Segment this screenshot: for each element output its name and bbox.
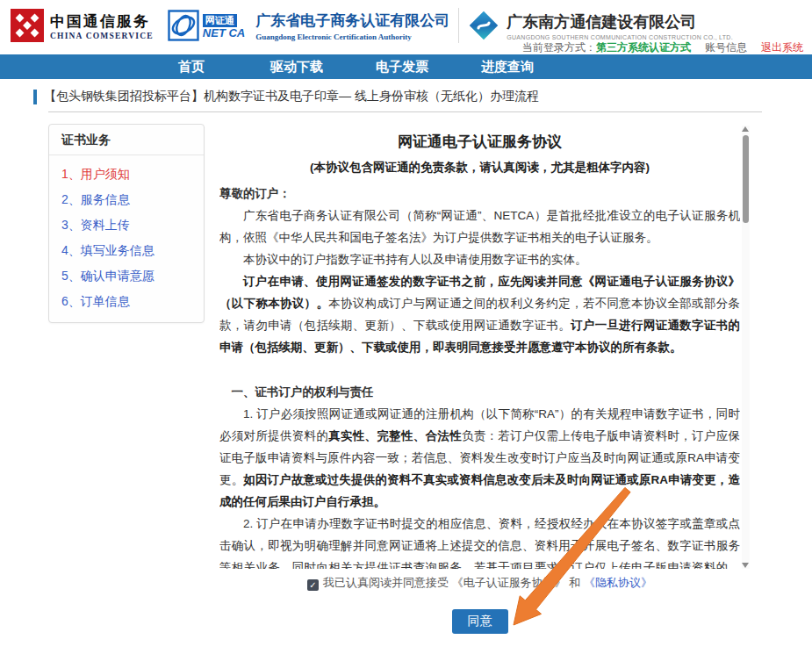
login-method-label: 当前登录方式：第三方系统认证方式 — [522, 40, 691, 55]
header: 中国通信服务 CHINA COMSERVICE 网证通 NET CA 广东省电子… — [0, 0, 812, 54]
gscc-icon — [466, 8, 501, 43]
china-comservice-icon — [11, 9, 44, 42]
agreement-title: 网证通电子认证服务协议 — [219, 124, 740, 153]
china-comservice-cn: 中国通信服务 — [50, 11, 154, 32]
gdca-en: Guangdong Electronic Certification Autho… — [255, 32, 449, 41]
sidebar-cert-business: 证书业务 1、用户须知 2、服务信息 3、资料上传 4、填写业务信息 5、确认申… — [48, 124, 205, 323]
agree-button-row: 同意 — [219, 609, 740, 634]
scrollbar — [742, 126, 750, 569]
agreement-paragraph: 订户在申请、使用网证通签发的数字证书之前，应先阅读并同意《网证通电子认证服务协议… — [219, 270, 740, 358]
nav-item-e-invoice[interactable]: 电子发票 — [349, 54, 455, 79]
sidebar-list: 1、用户须知 2、服务信息 3、资料上传 4、填写业务信息 5、确认申请意愿 6… — [49, 155, 204, 322]
gdca-logo: 广东省电子商务认证有限公司 Guangdong Electronic Certi… — [255, 11, 449, 41]
agreement-bold-segment: 如因订户故意或过失提供的资料不真实或资料信息改变后未及时向网证通或原RA申请变更… — [219, 473, 740, 508]
logout-link[interactable]: 退出系统 — [761, 40, 803, 55]
gdca-cn: 广东省电子商务认证有限公司 — [255, 11, 449, 31]
gscc-en: GUANGDONG SOUTHERN COMMUNICATION CONSTRU… — [507, 34, 733, 40]
breadcrumb-accent-bar — [33, 90, 37, 104]
nav-item-driver-download[interactable]: 驱动下载 — [244, 54, 349, 79]
netca-text: 网证通 NET CA — [203, 11, 245, 40]
privacy-agreement-link[interactable]: 《隐私协议》 — [584, 576, 652, 589]
main-nav: 首页 驱动下载 电子发票 进度查询 — [0, 54, 812, 79]
agreement-section-title: 一、证书订户的权利与责任 — [219, 381, 740, 403]
gscc-logo: 广东南方通信建设有限公司 GUANGDONG SOUTHERN COMMUNIC… — [466, 8, 733, 43]
netca-cn: 网证通 — [203, 14, 237, 27]
consent-row: ✓我已认真阅读并同意接受 《电子认证服务协议》 和 《隐私协议》 — [219, 575, 740, 591]
sidebar-item-business-info[interactable]: 4、填写业务信息 — [49, 238, 204, 263]
login-status-row: 当前登录方式：第三方系统认证方式 账号信息 退出系统 — [522, 40, 803, 55]
netca-icon — [168, 10, 199, 41]
sidebar-item-confirm-intent[interactable]: 5、确认申请意愿 — [49, 263, 204, 289]
agreement-salutation: 尊敬的订户： — [219, 183, 740, 205]
agreement-spacer — [219, 358, 740, 381]
service-agreement-link[interactable]: 《电子认证服务协议》 — [452, 576, 566, 589]
netca-en: NET CA — [203, 27, 245, 40]
login-method-value: 第三方系统认证方式 — [596, 41, 691, 54]
breadcrumb: 【包头钢铁集团招投标平台】机构数字证书及电子印章— 线上身份审核（无纸化）办理流… — [33, 89, 539, 104]
gscc-text: 广东南方通信建设有限公司 GUANGDONG SOUTHERN COMMUNIC… — [507, 11, 733, 40]
agreement-scroll-area[interactable]: 网证通电子认证服务协议 (本协议包含网证通的免责条款，请认真阅读，尤其是粗体字内… — [219, 124, 740, 569]
agreement-paragraph: 广东省电子商务认证有限公司（简称“网证通”、NETCA）是首批经批准设立的电子认… — [219, 205, 740, 248]
breadcrumb-text: 【包头钢铁集团招投标平台】机构数字证书及电子印章— 线上身份审核（无纸化）办理流… — [44, 89, 539, 104]
breadcrumb-divider — [48, 111, 762, 112]
consent-label: 我已认真阅读并同意接受 — [323, 576, 449, 589]
agreement-subtitle: (本协议包含网证通的免责条款，请认真阅读，尤其是粗体字内容) — [219, 156, 740, 178]
scrollbar-thumb[interactable] — [743, 135, 749, 223]
page: 中国通信服务 CHINA COMSERVICE 网证通 NET CA 广东省电子… — [0, 0, 812, 661]
nav-items: 首页 驱动下载 电子发票 进度查询 — [139, 54, 560, 79]
china-comservice-en: CHINA COMSERVICE — [50, 32, 154, 40]
agreement-paragraph: 本协议中的订户指数字证书持有人以及申请使用数字证书的实体。 — [219, 248, 740, 270]
nav-item-home[interactable]: 首页 — [139, 54, 244, 79]
scrollbar-down-arrow-icon[interactable] — [742, 563, 749, 568]
agreement-paragraph: 2. 订户在申请办理数字证书时提交的相应信息、资料，经授权经办人在本协议签字或盖… — [219, 513, 740, 569]
account-info-link[interactable]: 账号信息 — [705, 40, 747, 55]
agreement-body: 尊敬的订户： 广东省电子商务认证有限公司（简称“网证通”、NETCA）是首批经批… — [219, 183, 740, 569]
china-comservice-logo: 中国通信服务 CHINA COMSERVICE — [11, 9, 154, 42]
netca-logo: 网证通 NET CA — [168, 10, 245, 41]
sidebar-item-service-info[interactable]: 2、服务信息 — [49, 187, 204, 212]
and-text: 和 — [569, 576, 580, 589]
sidebar-item-upload[interactable]: 3、资料上传 — [49, 212, 204, 238]
gscc-cn: 广东南方通信建设有限公司 — [507, 11, 733, 32]
agreement-bold-segment: 真实性、完整性、合法性 — [328, 429, 462, 442]
agree-button[interactable]: 同意 — [452, 609, 508, 634]
china-comservice-text: 中国通信服务 CHINA COMSERVICE — [50, 11, 154, 40]
nav-item-progress-query[interactable]: 进度查询 — [455, 54, 560, 79]
sidebar-item-user-notice[interactable]: 1、用户须知 — [49, 162, 204, 187]
logo-row: 中国通信服务 CHINA COMSERVICE 网证通 NET CA 广东省电子… — [11, 8, 733, 43]
agreement-paragraph: 1. 订户必须按照网证通或网证通的注册机构（以下简称“RA”）的有关规程申请数字… — [219, 403, 740, 513]
scrollbar-up-arrow-icon[interactable] — [742, 126, 749, 132]
consent-checkbox[interactable]: ✓ — [307, 579, 319, 591]
sidebar-item-order-info[interactable]: 6、订单信息 — [49, 289, 204, 314]
sidebar-title: 证书业务 — [49, 125, 204, 155]
header-divider — [458, 8, 459, 43]
